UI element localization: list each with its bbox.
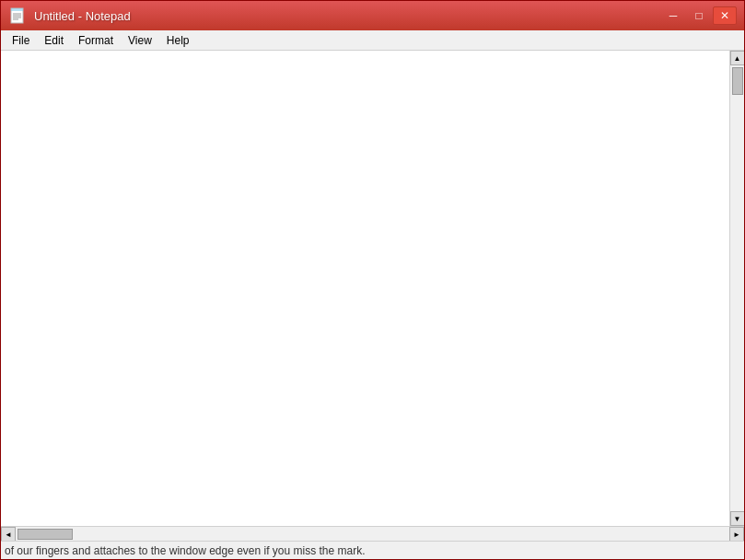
text-editor[interactable] <box>1 51 729 526</box>
scroll-thumb-h[interactable] <box>17 529 73 540</box>
notepad-window: Untitled - Notepad ─ □ ✕ File Edit Forma… <box>0 0 745 560</box>
horizontal-scrollbar: ◄ ► <box>1 526 744 541</box>
svg-rect-1 <box>11 8 23 11</box>
menu-item-file[interactable]: File <box>5 32 37 49</box>
menu-item-edit[interactable]: Edit <box>37 32 71 49</box>
scroll-left-arrow: ◄ <box>5 531 12 539</box>
editor-row: ▲ ▼ <box>1 51 744 526</box>
scroll-right-arrow: ► <box>733 531 740 539</box>
status-text: of our fingers and attaches to the windo… <box>1 542 744 559</box>
maximize-button[interactable]: □ <box>687 6 711 25</box>
title-bar-left: Untitled - Notepad <box>8 6 131 25</box>
menu-item-help[interactable]: Help <box>159 32 197 49</box>
close-button[interactable]: ✕ <box>713 6 737 25</box>
status-bar: of our fingers and attaches to the windo… <box>1 541 744 559</box>
window-main: ▲ ▼ ◄ ► of our fingers <box>1 51 744 559</box>
scroll-down-arrow: ▼ <box>734 515 741 523</box>
scroll-track-v[interactable] <box>730 65 744 511</box>
menu-item-format[interactable]: Format <box>71 32 121 49</box>
vertical-scrollbar: ▲ ▼ <box>729 51 744 526</box>
notepad-app-icon <box>8 6 27 25</box>
scroll-thumb-v[interactable] <box>732 67 743 95</box>
scroll-left-button[interactable]: ◄ <box>1 527 16 542</box>
title-bar-controls: ─ □ ✕ <box>661 6 737 25</box>
menu-item-view[interactable]: View <box>121 32 159 49</box>
window-title: Untitled - Notepad <box>34 9 131 23</box>
title-bar: Untitled - Notepad ─ □ ✕ <box>1 1 744 30</box>
scroll-up-arrow: ▲ <box>734 54 741 63</box>
menu-bar: File Edit Format View Help <box>1 30 744 51</box>
scroll-up-button[interactable]: ▲ <box>730 51 745 65</box>
scroll-track-h[interactable] <box>16 527 729 541</box>
minimize-button[interactable]: ─ <box>661 6 685 25</box>
scroll-right-button[interactable]: ► <box>729 527 744 542</box>
scroll-down-button[interactable]: ▼ <box>730 511 745 526</box>
